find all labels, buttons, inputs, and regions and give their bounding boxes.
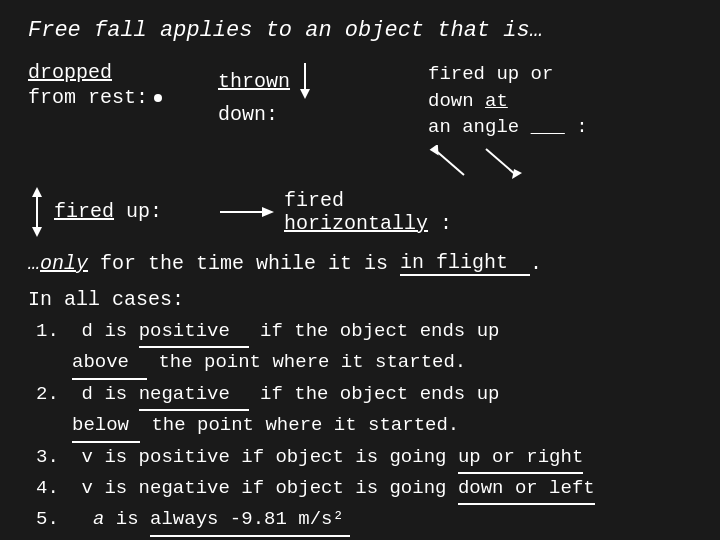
slide: Free fall applies to an object that is… … (0, 0, 720, 540)
col-dropped: dropped from rest: (28, 61, 218, 109)
col-fired-horiz: fired horizontally : (218, 189, 458, 235)
dot-icon (154, 94, 162, 102)
updown-arrow-icon (28, 187, 46, 237)
svg-marker-5 (512, 169, 522, 179)
list-item-1b: above the point where it started. (36, 348, 692, 379)
col-fired-updown: fired up or down at an angle : (428, 61, 648, 181)
list-1-num: 1. d is (36, 320, 139, 342)
diagonal-arrow-up-icon (428, 145, 468, 181)
in-all-cases: In all cases: (28, 288, 692, 311)
col-thrown: thrown down: (218, 61, 428, 126)
col-fired-up: fired up: (28, 187, 218, 237)
list-item-3: 3. v is positive if object is going up o… (36, 443, 692, 474)
fired-up-blank: fired (54, 200, 114, 223)
fired-updown-line1: fired up or (428, 61, 648, 88)
list-1-blank: positive (139, 317, 249, 348)
svg-marker-1 (300, 89, 310, 99)
svg-marker-8 (32, 227, 42, 237)
list-5-blank: always -9.81 m/s² (150, 505, 350, 536)
list-4-num: 4. v is negative if object is going (36, 477, 458, 499)
title: Free fall applies to an object that is… (28, 18, 692, 43)
list-item-4: 4. v is negative if object is going down… (36, 474, 692, 505)
svg-line-4 (486, 149, 516, 175)
down-label: down: (218, 103, 278, 126)
list-2b-suffix: the point where it started. (151, 414, 459, 436)
list-2b-blank: below (72, 411, 140, 442)
fired-up-label: up: (126, 200, 162, 223)
thrown-term: thrown (218, 70, 290, 93)
fired-updown-angle: an angle (428, 116, 519, 138)
list-3-num: 3. v is positive if object is going (36, 446, 458, 468)
list-2-num: 2. d is (36, 383, 139, 405)
fired-updown-colon: : (576, 116, 587, 138)
only-line: … only for the time while it is in fligh… (28, 251, 692, 276)
list-5-is: is (116, 508, 150, 530)
list-1b-blank: above (72, 348, 147, 379)
list-1-suffix: if the object ends up (260, 320, 499, 342)
dropped-term: dropped (28, 61, 112, 84)
list-item-5: 5. a is always -9.81 m/s² (36, 505, 692, 536)
fired-updown-blank-at: at (485, 90, 508, 112)
only-prefix: … (28, 252, 40, 275)
fired-horiz-term: fired (284, 189, 344, 212)
only-period: . (530, 252, 542, 275)
right-arrow-icon (218, 203, 278, 221)
list-5-num: 5. (36, 508, 82, 530)
list-item-1: 1. d is positive if the object ends up (36, 317, 692, 348)
svg-line-2 (434, 149, 464, 175)
numbered-list: 1. d is positive if the object ends up a… (28, 317, 692, 537)
list-3-blank: up or right (458, 443, 583, 474)
list-2-suffix: if the object ends up (260, 383, 499, 405)
list-1b-suffix: the point where it started. (158, 351, 466, 373)
only-blank: in flight (400, 251, 530, 276)
list-4-blank: down or left (458, 474, 595, 505)
fired-horiz-blank: horizontally (284, 212, 428, 235)
fired-updown-blank-angle (531, 116, 565, 138)
svg-marker-10 (262, 207, 274, 217)
list-2-blank: negative (139, 380, 249, 411)
only-text: for the time while it is (88, 252, 400, 275)
fired-horiz-colon: : (440, 212, 452, 235)
list-5-a: a (93, 508, 104, 530)
down-arrow-icon (296, 61, 314, 101)
only-only: only (40, 252, 88, 275)
list-item-2: 2. d is negative if the object ends up (36, 380, 692, 411)
diagonal-arrow-down-icon (482, 145, 522, 181)
fired-updown-down: down (428, 90, 485, 112)
from-rest-label: from rest: (28, 86, 148, 109)
middle-row: fired up: fired horizontally : (28, 187, 692, 237)
list-item-2b: below the point where it started. (36, 411, 692, 442)
